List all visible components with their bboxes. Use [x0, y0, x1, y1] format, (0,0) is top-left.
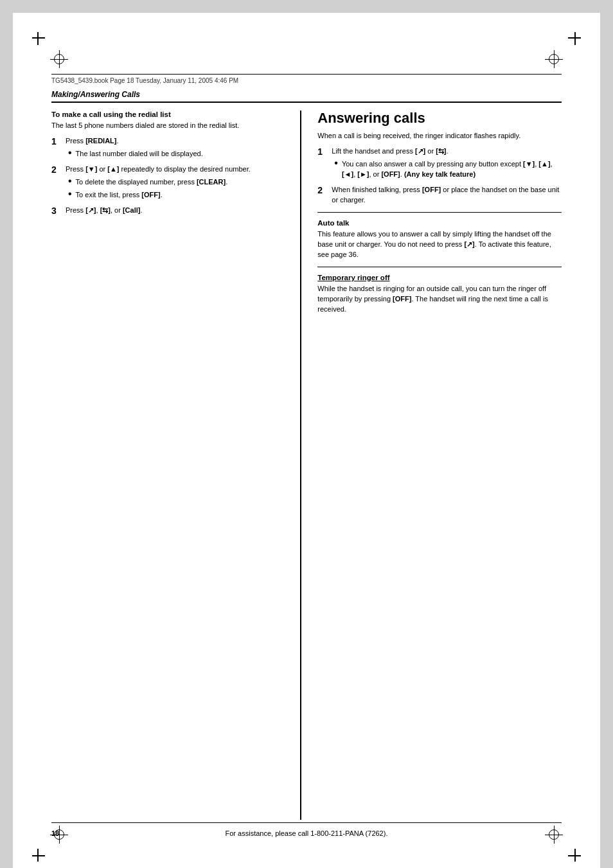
step-1-bullet-1-text: The last number dialed will be displayed…: [76, 149, 281, 159]
right-step-1-bullet-1: • You can also answer a call by pressing…: [334, 159, 562, 180]
right-step-1-content: Lift the handset and press [↗] or [⇆]. •…: [332, 146, 562, 180]
autotalk-text: This feature allows you to answer a call…: [317, 229, 562, 260]
right-step-1-text: Lift the handset and press [↗] or [⇆].: [332, 146, 562, 157]
divider-2: [317, 267, 562, 267]
right-step-2: 2 When finished talking, press [OFF] or …: [317, 185, 562, 206]
section-title: Making/Answering Calls: [51, 90, 562, 103]
two-column-layout: To make a call using the redial list The…: [51, 111, 562, 820]
left-subsection-title: To make a call using the redial list: [51, 111, 281, 118]
bullet-dot: •: [68, 176, 72, 188]
step-3-text: Press [↗], [⇆], or [Call].: [66, 206, 281, 216]
step-1-number: 1: [51, 136, 62, 159]
footer-rule: [51, 822, 562, 823]
right-column: Answering calls When a call is being rec…: [300, 111, 562, 820]
step-2-number: 2: [51, 164, 62, 200]
right-step-2-number: 2: [317, 185, 328, 206]
content-area: Making/Answering Calls To make a call us…: [51, 90, 562, 820]
step-2-bullet-2-text: To exit the list, press [OFF].: [76, 190, 281, 200]
page: TG5438_5439.book Page 18 Tuesday, Januar…: [13, 13, 600, 868]
right-step-2-text: When finished talking, press [OFF] or pl…: [332, 185, 562, 206]
divider-1: [317, 212, 562, 213]
step-1-text: Press [REDIAL].: [66, 136, 281, 146]
right-step-1-bullet-1-text: You can also answer a call by pressing a…: [342, 159, 562, 180]
bullet-dot: •: [68, 189, 72, 200]
step-2-content: Press [▼] or [▲] repeatedly to display t…: [66, 164, 281, 200]
step-2-bullet-1-text: To delete the displayed number, press [C…: [76, 177, 281, 188]
autotalk-title: Auto talk: [317, 219, 562, 227]
step-2: 2 Press [▼] or [▲] repeatedly to display…: [51, 164, 281, 200]
step-2-bullet-1: • To delete the displayed number, press …: [68, 177, 281, 188]
header-rule: [51, 74, 562, 75]
left-intro-text: The last 5 phone numbers dialed are stor…: [51, 121, 281, 131]
step-3-content: Press [↗], [⇆], or [Call].: [66, 206, 281, 216]
crosshair-tr: [545, 50, 563, 68]
bullet-dot: •: [68, 148, 72, 159]
right-step-2-content: When finished talking, press [OFF] or pl…: [332, 185, 562, 206]
ringer-off-title: Temporary ringer off: [317, 274, 562, 281]
left-column: To make a call using the redial list The…: [51, 111, 281, 820]
step-3: 3 Press [↗], [⇆], or [Call].: [51, 206, 281, 216]
bullet-dot: •: [334, 158, 338, 180]
step-1-content: Press [REDIAL]. • The last number dialed…: [66, 136, 281, 159]
step-1-bullet-1: • The last number dialed will be display…: [68, 149, 281, 159]
step-2-text: Press [▼] or [▲] repeatedly to display t…: [66, 164, 281, 175]
right-main-heading: Answering calls: [317, 111, 562, 126]
step-2-bullet-2: • To exit the list, press [OFF].: [68, 190, 281, 200]
ringer-off-text: While the handset is ringing for an outs…: [317, 284, 562, 315]
right-step-1: 1 Lift the handset and press [↗] or [⇆].…: [317, 146, 562, 180]
footer-assistance-text: For assistance, please call 1-800-211-PA…: [51, 829, 562, 837]
step-1: 1 Press [REDIAL]. • The last number dial…: [51, 136, 281, 159]
step-3-number: 3: [51, 206, 62, 216]
crosshair-tl: [50, 50, 68, 68]
right-step-1-number: 1: [317, 146, 328, 180]
header-text: TG5438_5439.book Page 18 Tuesday, Januar…: [51, 77, 238, 84]
right-intro-text: When a call is being received, the ringe…: [317, 131, 562, 141]
